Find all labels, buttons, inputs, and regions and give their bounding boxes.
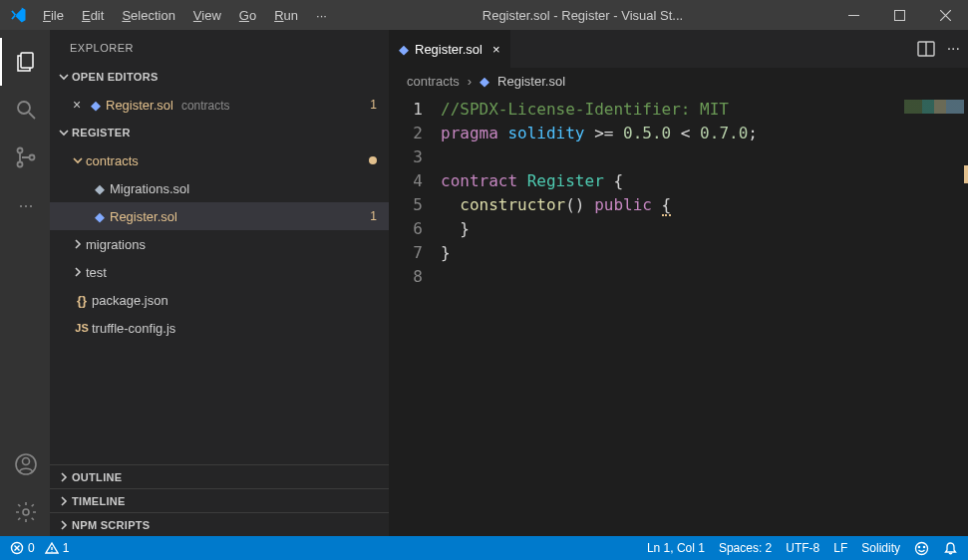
svg-point-6 — [30, 155, 35, 160]
folder-test[interactable]: test — [50, 258, 389, 286]
svg-point-8 — [23, 458, 30, 465]
folder-migrations[interactable]: migrations — [50, 230, 389, 258]
js-icon: JS — [72, 322, 92, 334]
status-feedback-icon[interactable] — [914, 541, 929, 556]
more-actions-icon[interactable]: ··· — [947, 40, 960, 58]
file-register-sol[interactable]: ◆ Register.sol 1 — [50, 202, 389, 230]
breadcrumb-segment[interactable]: Register.sol — [497, 74, 565, 89]
svg-point-9 — [23, 509, 29, 515]
titlebar: File Edit Selection View Go Run ··· Regi… — [0, 0, 968, 30]
svg-rect-2 — [21, 53, 33, 68]
overview-ruler-warning — [964, 165, 968, 183]
modified-dot-icon — [369, 156, 377, 164]
menu-go[interactable]: Go — [231, 0, 264, 30]
close-icon[interactable]: × — [68, 97, 86, 113]
activity-source-control[interactable] — [0, 134, 50, 181]
solidity-icon: ◆ — [480, 74, 489, 89]
editor-tabs: ◆ Register.sol × ··· — [389, 30, 968, 68]
modified-badge: 1 — [370, 209, 377, 223]
status-cursor[interactable]: Ln 1, Col 1 — [647, 541, 705, 555]
activity-account[interactable] — [0, 440, 50, 488]
chevron-right-icon: › — [468, 74, 472, 89]
editor-group: ◆ Register.sol × ··· contracts › ◆ Regis… — [389, 30, 968, 536]
split-editor-icon[interactable] — [917, 40, 935, 58]
breadcrumb[interactable]: contracts › ◆ Register.sol — [389, 68, 968, 94]
menu-file[interactable]: File — [35, 0, 72, 30]
npm-scripts-section[interactable]: NPM SCRIPTS — [50, 512, 389, 536]
status-eol[interactable]: LF — [833, 541, 847, 555]
minimize-button[interactable] — [830, 0, 876, 30]
project-section[interactable]: REGISTER — [50, 121, 389, 144]
code-lines[interactable]: //SPDX-License-Identifier: MITpragma sol… — [441, 98, 968, 536]
json-icon: {} — [72, 293, 92, 308]
solidity-icon: ◆ — [399, 42, 409, 57]
status-notifications-icon[interactable] — [943, 541, 958, 556]
maximize-button[interactable] — [876, 0, 922, 30]
outline-section[interactable]: OUTLINE — [50, 464, 389, 488]
svg-point-14 — [923, 546, 924, 547]
activity-bar: ··· — [0, 30, 50, 536]
svg-point-5 — [18, 162, 23, 167]
activity-search[interactable] — [0, 86, 50, 134]
line-gutter: 12345678 — [389, 98, 441, 536]
explorer-sidebar: EXPLORER OPEN EDITORS × ◆ Register.solco… — [50, 30, 389, 536]
minimap[interactable] — [904, 100, 964, 114]
file-truffle-config[interactable]: JS truffle-config.js — [50, 314, 389, 342]
svg-point-4 — [18, 148, 23, 153]
tab-label: Register.sol — [415, 42, 483, 57]
close-icon[interactable]: × — [492, 42, 500, 57]
explorer-title: EXPLORER — [50, 30, 389, 65]
menu-selection[interactable]: Selection — [114, 0, 182, 30]
status-encoding[interactable]: UTF-8 — [786, 541, 819, 555]
window-controls — [830, 0, 968, 30]
menu-bar: File Edit Selection View Go Run ··· — [35, 0, 335, 30]
open-editor-item[interactable]: × ◆ Register.solcontracts 1 — [50, 91, 389, 119]
activity-settings[interactable] — [0, 488, 50, 536]
tab-register-sol[interactable]: ◆ Register.sol × — [389, 30, 510, 68]
status-problems[interactable]: 0 1 — [10, 541, 69, 555]
menu-edit[interactable]: Edit — [74, 0, 112, 30]
breadcrumb-segment[interactable]: contracts — [407, 74, 460, 89]
close-button[interactable] — [922, 0, 968, 30]
open-editors-section[interactable]: OPEN EDITORS — [50, 65, 389, 89]
status-bar: 0 1 Ln 1, Col 1 Spaces: 2 UTF-8 LF Solid… — [0, 536, 968, 560]
menu-overflow[interactable]: ··· — [308, 0, 335, 30]
svg-rect-1 — [894, 10, 904, 20]
status-language[interactable]: Solidity — [861, 541, 900, 555]
window-title: Register.sol - Register - Visual St... — [335, 8, 830, 23]
code-editor[interactable]: 12345678 //SPDX-License-Identifier: MITp… — [389, 94, 968, 536]
file-package-json[interactable]: {} package.json — [50, 286, 389, 314]
status-indent[interactable]: Spaces: 2 — [719, 541, 772, 555]
file-migrations-sol[interactable]: ◆ Migrations.sol — [50, 174, 389, 202]
activity-more[interactable]: ··· — [0, 181, 50, 229]
folder-contracts[interactable]: contracts — [50, 146, 389, 174]
solidity-icon: ◆ — [90, 181, 110, 196]
modified-badge: 1 — [370, 98, 377, 112]
timeline-section[interactable]: TIMELINE — [50, 488, 389, 512]
activity-explorer[interactable] — [0, 38, 50, 86]
svg-point-12 — [916, 542, 928, 554]
svg-rect-0 — [848, 15, 859, 16]
svg-point-3 — [18, 102, 30, 114]
svg-point-13 — [918, 546, 919, 547]
solidity-icon: ◆ — [86, 98, 106, 113]
vscode-logo-icon — [0, 6, 35, 24]
menu-view[interactable]: View — [185, 0, 229, 30]
solidity-icon: ◆ — [90, 209, 110, 224]
menu-run[interactable]: Run — [266, 0, 306, 30]
